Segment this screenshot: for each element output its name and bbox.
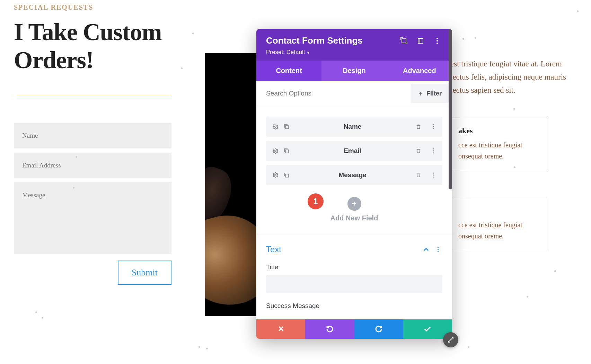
body-paragraph: est tristique feugiat vitae at. Lorem le… (450, 57, 582, 97)
tab-design[interactable]: Design (321, 61, 387, 81)
add-field-label: Add New Field (256, 214, 452, 222)
tab-content[interactable]: Content (256, 61, 321, 81)
duplicate-icon[interactable] (282, 171, 291, 180)
add-field-button[interactable]: + (347, 197, 361, 211)
svg-point-14 (432, 150, 433, 151)
svg-rect-2 (418, 38, 423, 43)
svg-point-4 (436, 40, 438, 42)
svg-rect-0 (402, 39, 406, 43)
plus-icon: ＋ (417, 89, 424, 98)
tab-advanced[interactable]: Advanced (387, 61, 452, 81)
search-input[interactable] (266, 83, 411, 104)
page-heading: I Take Custom Orders! (14, 18, 180, 74)
check-icon (423, 325, 432, 333)
filter-label: Filter (426, 90, 442, 97)
info-card-title: akes (458, 126, 539, 135)
snap-icon[interactable] (415, 36, 426, 46)
field-list: Name Email (256, 106, 452, 185)
svg-point-13 (432, 148, 433, 149)
close-icon: ✕ (278, 325, 284, 334)
redo-button[interactable] (354, 319, 403, 339)
page-eyebrow: SPECIAL REQUESTS (14, 3, 180, 11)
svg-point-3 (436, 38, 438, 39)
field-label: Name (291, 123, 414, 130)
modal-title: Contact Form Settings (266, 35, 399, 46)
expand-icon[interactable] (399, 36, 409, 46)
gear-icon[interactable] (271, 171, 280, 180)
email-field[interactable] (14, 153, 171, 178)
kebab-icon[interactable] (429, 122, 438, 131)
name-field[interactable] (14, 123, 171, 148)
svg-point-16 (275, 174, 276, 176)
svg-point-8 (432, 124, 433, 125)
kebab-icon[interactable] (432, 36, 442, 46)
svg-point-6 (275, 126, 276, 128)
field-row[interactable]: Message (266, 165, 442, 185)
resize-handle-icon[interactable] (443, 332, 458, 347)
kebab-icon[interactable] (429, 171, 438, 180)
trash-icon[interactable] (414, 122, 423, 131)
field-row[interactable]: Name (266, 117, 442, 137)
svg-rect-17 (285, 174, 289, 177)
settings-modal: Contact Form Settings Preset: Default▼ C… (256, 29, 452, 339)
option-title-label: Title (266, 263, 442, 271)
svg-point-10 (432, 128, 433, 129)
undo-icon (326, 325, 334, 333)
filter-button[interactable]: ＋ Filter (411, 84, 449, 103)
hero-image (205, 53, 257, 316)
svg-point-5 (436, 43, 438, 44)
undo-button[interactable] (305, 319, 354, 339)
chevron-up-icon[interactable] (422, 245, 431, 254)
kebab-icon[interactable] (433, 245, 442, 254)
preset-selector[interactable]: Preset: Default▼ (266, 49, 442, 56)
trash-icon[interactable] (414, 171, 423, 180)
svg-point-18 (432, 173, 433, 174)
option-success-label: Success Message (266, 302, 442, 310)
section-text-title[interactable]: Text (266, 245, 419, 254)
duplicate-icon[interactable] (282, 146, 291, 155)
svg-point-20 (432, 176, 433, 178)
page-divider (14, 95, 171, 95)
svg-rect-12 (285, 150, 289, 153)
gear-icon[interactable] (271, 146, 280, 155)
preset-label: Preset: Default (266, 49, 305, 55)
trash-icon[interactable] (414, 146, 423, 155)
info-card: akes cce est tristique feugiat onsequat … (450, 118, 547, 170)
svg-point-15 (432, 152, 433, 153)
option-title-input[interactable] (266, 275, 442, 293)
submit-button[interactable]: Submit (118, 261, 171, 285)
cancel-button[interactable]: ✕ (256, 319, 305, 339)
step-badge: 1 (308, 193, 324, 209)
svg-point-9 (432, 126, 433, 127)
svg-rect-7 (285, 126, 289, 129)
kebab-icon[interactable] (429, 146, 438, 155)
message-field[interactable] (14, 182, 171, 254)
field-row[interactable]: Email (266, 141, 442, 161)
info-card-body: cce est tristique feugiat onsequat oreme… (458, 219, 539, 242)
modal-header: Contact Form Settings Preset: Default▼ (256, 29, 452, 61)
info-card-body: cce est tristique feugiat onsequat oreme… (458, 139, 539, 162)
field-label: Email (291, 147, 414, 155)
svg-point-22 (437, 249, 438, 250)
info-card: cce est tristique feugiat onsequat oreme… (450, 199, 547, 250)
svg-point-23 (437, 251, 438, 252)
svg-point-19 (432, 174, 433, 175)
svg-point-21 (437, 247, 438, 248)
duplicate-icon[interactable] (282, 122, 291, 131)
redo-icon (374, 325, 383, 333)
svg-point-11 (275, 150, 276, 152)
chevron-down-icon: ▼ (306, 51, 310, 55)
gear-icon[interactable] (271, 122, 280, 131)
field-label: Message (291, 171, 414, 179)
